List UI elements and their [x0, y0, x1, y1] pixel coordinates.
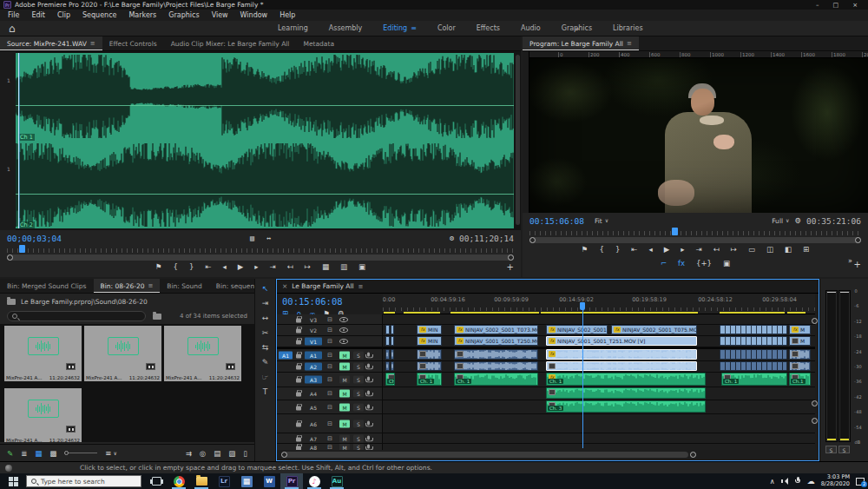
mark-out-icon[interactable]: } — [189, 262, 194, 271]
playback-resolution-select[interactable]: Full — [772, 217, 783, 225]
sync-lock-icon[interactable]: ⊟ — [327, 404, 332, 411]
track-select-tool[interactable]: ⇥ — [262, 300, 269, 307]
action-center-icon[interactable]: 2 — [856, 478, 865, 486]
track-header-v2[interactable]: V2⊟ — [277, 325, 383, 335]
taskbar-word[interactable]: W — [258, 473, 280, 489]
video-clip[interactable] — [391, 325, 394, 334]
sequence-marker[interactable] — [720, 312, 785, 314]
drag-video-icon[interactable]: ▦ — [322, 262, 329, 271]
menu-window[interactable]: Window — [234, 11, 274, 19]
home-icon[interactable]: ⌂ — [9, 23, 16, 35]
audio-clip[interactable] — [454, 349, 538, 360]
audio-clip[interactable]: Ch. 1 — [385, 373, 395, 386]
play-icon[interactable]: ▶ — [238, 262, 244, 271]
audio-clip[interactable] — [391, 361, 394, 371]
voiceover-mic-icon[interactable] — [367, 352, 370, 356]
track-lane-a5[interactable]: Ch. 3 — [383, 400, 815, 413]
audio-clip[interactable]: Ch. 3 — [546, 400, 706, 413]
sync-lock-icon[interactable]: ⊟ — [327, 435, 332, 442]
track-header-a8[interactable]: A8⊟MS — [277, 444, 383, 450]
audio-clip[interactable] — [454, 361, 538, 371]
type-tool[interactable]: T — [263, 388, 268, 396]
bin-item[interactable]: MixPre-241 A...11:20:24632 — [164, 326, 241, 381]
panel-menu-icon[interactable]: ≡ — [90, 40, 95, 47]
sync-lock-icon[interactable]: ⊟ — [327, 420, 332, 427]
sequence-tab[interactable]: Le Barge Family All — [292, 282, 353, 290]
voiceover-mic-icon[interactable] — [367, 444, 370, 448]
taskbar-premiere[interactable]: Pr — [280, 473, 303, 489]
track-label-a8[interactable]: A8 — [305, 444, 322, 450]
track-header-a3[interactable]: A3⊟MS — [277, 373, 383, 387]
video-clip[interactable]: fxMIN — [417, 336, 442, 346]
razor-tool[interactable]: ✂ — [262, 329, 269, 337]
sequence-marker[interactable] — [541, 312, 698, 314]
lock-icon[interactable] — [296, 437, 301, 441]
insert-icon[interactable]: ↤ — [287, 262, 293, 271]
audio-clip[interactable]: Ch. 1 — [454, 373, 538, 386]
track-label-a3[interactable]: A3 — [305, 376, 322, 384]
video-clip[interactable]: fxMIN — [417, 325, 442, 334]
menu-help[interactable]: Help — [273, 11, 301, 19]
track-lane-a2[interactable] — [383, 361, 815, 372]
track-visibility-eye-icon[interactable] — [339, 317, 348, 322]
automate-to-sequence-icon[interactable]: ⇉ — [186, 449, 192, 458]
zoom-handle-right[interactable] — [855, 237, 861, 243]
video-clip[interactable] — [720, 325, 787, 334]
comparison-view-icon[interactable]: ◧ — [785, 245, 792, 254]
lock-icon[interactable] — [296, 340, 301, 345]
vertical-scrollbar-handle[interactable] — [812, 418, 818, 424]
workspace-tab-audio[interactable]: Audio — [510, 24, 551, 32]
button-editor-plus[interactable]: + — [507, 262, 514, 272]
track-label-a5[interactable]: A5 — [305, 403, 322, 411]
video-clip[interactable] — [385, 336, 390, 346]
bin-item[interactable]: MixPre-241 A...11:20:24632 — [4, 326, 82, 381]
list-view-icon[interactable]: ≣ — [21, 449, 27, 458]
track-header-a5[interactable]: A5⊟MS — [277, 400, 383, 413]
panel-menu-icon[interactable]: ≡ — [627, 40, 632, 47]
program-video-frame[interactable] — [529, 58, 868, 213]
source-patch-a1[interactable]: A1 — [279, 351, 293, 359]
sequence-marker[interactable] — [384, 312, 395, 314]
workspace-tab-color[interactable]: Color — [427, 24, 466, 32]
audio-clip[interactable]: Ch. 1 — [417, 373, 442, 386]
voiceover-mic-icon[interactable] — [367, 435, 370, 439]
audio-clip[interactable] — [417, 361, 442, 371]
audio-clip[interactable]: Ch. 1 — [721, 373, 787, 386]
track-label-v1[interactable]: V1 — [305, 338, 322, 346]
video-clip[interactable]: fxNINJAV_S001_S001_T251.MOV [V] — [546, 336, 697, 346]
scrollbar-handle[interactable] — [690, 452, 696, 458]
volume-icon[interactable] — [781, 477, 789, 486]
bin-tab[interactable]: Bin: Merged Sound Clips — [0, 279, 94, 293]
onedrive-cloud-icon[interactable]: ☁ — [807, 477, 815, 486]
bin-tab[interactable]: Bin: sequences — [209, 279, 254, 293]
audio-display-mode-icon[interactable]: ▤ — [250, 234, 254, 242]
video-clip[interactable]: M — [789, 336, 811, 346]
sync-lock-icon[interactable]: ⊟ — [327, 376, 332, 383]
source-scrubber-playhead[interactable] — [19, 245, 25, 253]
audio-clip[interactable]: Ch.1 — [789, 373, 811, 386]
taskbar-chrome[interactable] — [168, 473, 190, 489]
vertical-scrollbar-handle[interactable] — [812, 318, 818, 324]
track-header-v1[interactable]: V1⊟ — [277, 336, 383, 347]
track-lane-a6[interactable] — [383, 414, 815, 433]
slip-tool[interactable]: ⇆ — [262, 344, 269, 352]
hidden-icons-chevron[interactable]: ∧ — [770, 478, 775, 486]
audio-clip[interactable] — [385, 361, 390, 371]
video-clip[interactable] — [385, 325, 390, 334]
video-clip[interactable]: fxM — [789, 325, 811, 334]
safe-margins-icon[interactable]: ⌐ — [661, 259, 667, 268]
audio-clip[interactable] — [789, 349, 811, 360]
overwrite-icon[interactable]: ↦ — [731, 245, 737, 254]
voiceover-mic-icon[interactable] — [367, 391, 370, 395]
panel-menu-icon[interactable]: ≡ — [358, 283, 364, 290]
solo-button[interactable]: S — [353, 420, 364, 427]
new-item-icon[interactable]: ▨ — [228, 449, 235, 458]
step-forward-icon[interactable]: ▸ — [254, 262, 258, 271]
video-clip[interactable]: fxNINJAV_S002_S001 — [546, 325, 608, 334]
solo-button[interactable]: S — [353, 390, 364, 398]
audio-clip[interactable] — [385, 349, 390, 360]
video-clip[interactable]: fxNINJAV_S002_S001_T073.MOV [V] — [454, 325, 538, 334]
step-forward-icon[interactable]: ▸ — [681, 245, 684, 254]
taskbar-itunes[interactable]: ♪ — [303, 473, 326, 489]
zoom-handle-left[interactable] — [529, 237, 536, 243]
